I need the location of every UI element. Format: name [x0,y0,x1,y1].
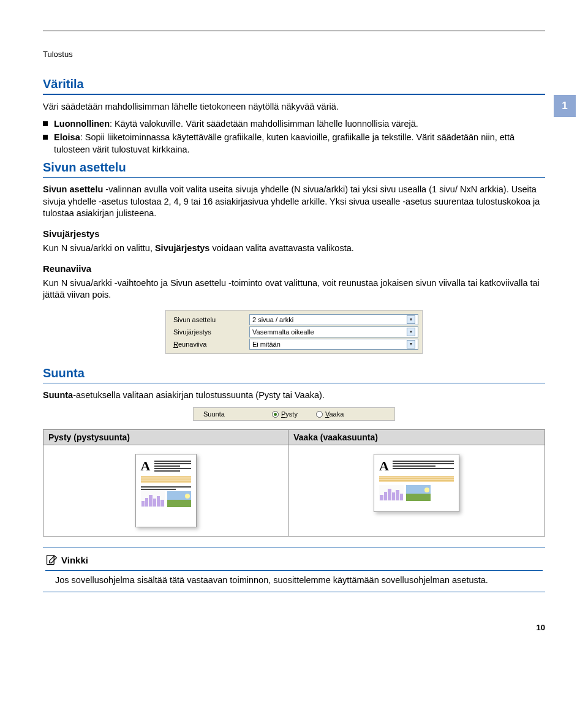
orientation-panel-label: Suunta [198,410,254,418]
table-row: Pysty (pystysuunta) Vaaka (vaakasuunta) [43,430,545,445]
breadcrumb: Tulostus [43,50,545,59]
select-sivun-asettelu[interactable]: 2 sivua / arkki ▾ [249,314,418,325]
bullet-luonnollinen: Luonnollinen: Käytä valokuville. Värit s… [43,118,545,130]
panel-label-sivun-asettelu: Sivun asettelu [170,316,249,323]
sivujarjestys-text: Kun N sivua/arkki on valittu, Sivujärjes… [43,243,545,255]
bullet-eloisa: Eloisa: Sopii liiketoiminnassa käytettäv… [43,132,545,156]
chevron-down-icon: ▾ [407,328,415,336]
radio-pysty[interactable]: Pysty [272,410,298,418]
page-number: 10 [43,623,545,632]
select-sivun-asettelu-value: 2 sivua / arkki [252,316,293,323]
subhead-reunaviiva: Reunaviiva [43,263,545,274]
suunta-intro: Suunta-asetuksella valitaan asiakirjan t… [43,390,545,402]
chevron-down-icon: ▾ [407,315,415,324]
panel-label-sivujarjestys-post: ärjestys [188,328,211,336]
chevron-down-icon: ▾ [407,340,415,348]
panel-row-sivujarjestys: Sivujärjestys Vasemmalta oikealle ▾ [170,326,418,337]
cell-vaaka-preview: A [288,445,545,537]
page-layout-panel: Sivun asettelu 2 sivua / arkki ▾ Sivujär… [165,310,423,354]
panel-label-sivujarjestys-pre: Sivu [173,328,186,336]
reunaviiva-text: Kun N sivua/arkki -vaihtoehto ja Sivun a… [43,277,545,301]
orientation-table: Pysty (pystysuunta) Vaaka (vaakasuunta) … [43,429,545,537]
orientation-radio-panel: Suunta Pysty Vaaka [193,407,395,421]
sivun-asettelu-para-rest: -valinnan avulla voit valita useita sivu… [43,184,540,218]
subhead-sivujarjestys: Sivujärjestys [43,228,545,239]
radio-vaaka-rest: aaka [329,410,344,418]
select-sivujarjestys[interactable]: Vasemmalta oikealle ▾ [249,326,418,337]
heading-sivun-asettelu: Sivun asettelu [43,160,545,178]
panel-label-reunaviiva-rest: eunaviiva [178,341,206,348]
vinkki-heading: Vinkki [61,555,88,565]
top-rule [43,31,545,31]
radio-vaaka-label: Vaaka [325,410,344,418]
table-row: A [43,445,545,537]
panel-row-reunaviiva: Reunaviiva Ei mitään ▾ [170,339,418,350]
sivujarjestys-text-post: voidaan valita avattavasta valikosta. [209,243,353,253]
bullet-eloisa-text: : Sopii liiketoiminnassa käytettävälle g… [54,132,514,154]
select-reunaviiva-value: Ei mitään [252,341,281,348]
suunta-intro-rest: -asetuksella valitaan asiakirjan tulostu… [73,390,325,400]
radio-pysty-label: Pysty [281,410,298,418]
suunta-intro-bold: Suunta [43,390,73,400]
select-sivujarjestys-value: Vasemmalta oikealle [252,328,314,336]
cell-pysty-preview: A [43,445,288,537]
sivujarjestys-text-bold: Sivujärjestys [155,243,209,253]
heading-varitila: Väritila [43,77,545,95]
th-vaaka: Vaaka (vaakasuunta) [288,430,545,445]
sivujarjestys-text-pre: Kun N sivua/arkki on valittu, [43,243,155,253]
radio-circle-icon [316,411,323,418]
vinkki-body: Jos sovellusohjelma sisältää tätä vastaa… [45,574,543,587]
vinkki-heading-row: Vinkki [45,553,543,571]
sivun-asettelu-para: Sivun asettelu -valinnan avulla voit val… [43,184,545,220]
varitila-intro: Väri säädetään mahdollisimman lähelle ti… [43,101,545,113]
sivun-asettelu-para-bold: Sivun asettelu [43,184,103,194]
radio-dot-icon [272,411,279,418]
panel-label-sivujarjestys: Sivujärjestys [170,328,249,336]
bullet-luonnollinen-text: : Käytä valokuville. Värit säädetään mah… [110,119,418,129]
varitila-bullets: Luonnollinen: Käytä valokuville. Värit s… [43,118,545,156]
note-pencil-icon [45,553,58,567]
vinkki-note: Vinkki Jos sovellusohjelma sisältää tätä… [43,548,545,592]
portrait-preview-icon: A [135,454,197,527]
th-pysty: Pysty (pystysuunta) [43,430,288,445]
bullet-luonnollinen-label: Luonnollinen [54,119,110,129]
landscape-preview-icon: A [374,454,459,512]
heading-suunta: Suunta [43,366,545,383]
select-reunaviiva[interactable]: Ei mitään ▾ [249,339,418,350]
panel-label-reunaviiva-u: R [173,341,178,348]
radio-pysty-rest: ysty [285,410,298,418]
radio-vaaka[interactable]: Vaaka [316,410,344,418]
bullet-eloisa-label: Eloisa [54,132,80,142]
panel-row-sivun-asettelu: Sivun asettelu 2 sivua / arkki ▾ [170,314,418,325]
section-number-tab: 1 [554,95,576,117]
panel-label-reunaviiva: Reunaviiva [170,341,249,348]
